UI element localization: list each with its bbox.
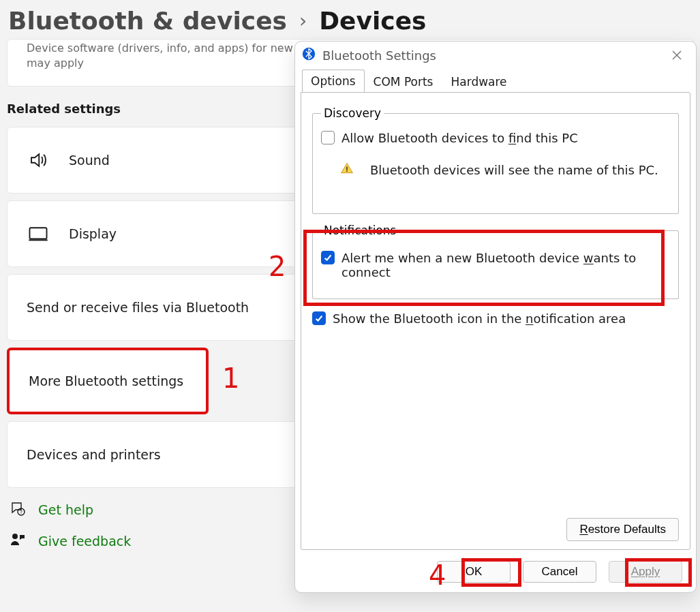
- allow-discovery-label: Allow Bluetooth devices to find this PC: [341, 131, 578, 145]
- related-item-label: Devices and printers: [27, 447, 161, 462]
- discovery-legend: Discovery: [321, 106, 384, 120]
- breadcrumb-parent[interactable]: Bluetooth & devices: [8, 7, 287, 35]
- show-icon-checkbox[interactable]: [312, 311, 326, 325]
- discovery-group: Discovery Allow Bluetooth devices to fin…: [312, 106, 679, 214]
- apply-button[interactable]: Apply: [609, 561, 682, 583]
- discovery-warning-text: Bluetooth devices will see the name of t…: [370, 163, 658, 177]
- annotation-4: 4: [429, 560, 446, 591]
- tab-options[interactable]: Options: [302, 70, 365, 93]
- tab-com-ports[interactable]: COM Ports: [365, 70, 442, 93]
- alert-new-device-row[interactable]: Alert me when a new Bluetooth device wan…: [321, 251, 670, 279]
- sound-icon: [27, 149, 50, 172]
- related-item-more-bluetooth[interactable]: More Bluetooth settings: [7, 348, 209, 414]
- breadcrumb: Bluetooth & devices › Devices: [8, 7, 693, 35]
- feedback-icon: [10, 532, 26, 551]
- breadcrumb-current: Devices: [319, 7, 426, 35]
- dialog-tabs: Options COM Ports Hardware: [302, 69, 690, 92]
- related-item-label: Display: [69, 226, 117, 241]
- dialog-titlebar: Bluetooth Settings: [295, 42, 696, 67]
- help-icon: ?: [10, 500, 26, 519]
- related-item-label: More Bluetooth settings: [29, 373, 183, 388]
- allow-discovery-checkbox[interactable]: [321, 131, 335, 144]
- bluetooth-icon: [302, 47, 316, 63]
- svg-rect-8: [346, 167, 348, 170]
- annotation-1: 1: [222, 363, 239, 394]
- restore-defaults-button[interactable]: Restore Defaults: [566, 518, 679, 541]
- alert-new-device-label: Alert me when a new Bluetooth device wan…: [341, 251, 670, 279]
- related-item-label: Send or receive files via Bluetooth: [27, 300, 249, 315]
- display-icon: [27, 222, 50, 245]
- allow-discovery-row[interactable]: Allow Bluetooth devices to find this PC: [321, 131, 670, 145]
- show-icon-row[interactable]: Show the Bluetooth icon in the notificat…: [312, 311, 679, 326]
- tabpanel-options: Discovery Allow Bluetooth devices to fin…: [301, 92, 690, 550]
- related-item-label: Sound: [69, 153, 110, 168]
- close-button[interactable]: [665, 46, 689, 65]
- svg-rect-9: [346, 170, 348, 172]
- tab-hardware[interactable]: Hardware: [442, 70, 515, 93]
- dialog-title: Bluetooth Settings: [322, 48, 436, 63]
- svg-text:?: ?: [20, 510, 22, 515]
- ok-button[interactable]: OK: [437, 561, 511, 583]
- svg-rect-0: [30, 228, 47, 239]
- dialog-footer: OK Cancel Apply: [295, 553, 696, 592]
- discovery-warning: Bluetooth devices will see the name of t…: [340, 162, 670, 178]
- show-icon-label: Show the Bluetooth icon in the notificat…: [333, 311, 626, 326]
- warning-icon: [340, 162, 354, 178]
- give-feedback-label: Give feedback: [38, 534, 131, 549]
- svg-point-4: [12, 534, 18, 539]
- cancel-button[interactable]: Cancel: [523, 561, 596, 583]
- notifications-group: Notifications Alert me when a new Blueto…: [312, 224, 679, 299]
- alert-new-device-checkbox[interactable]: [321, 251, 335, 264]
- annotation-2: 2: [269, 251, 286, 282]
- notifications-legend: Notifications: [321, 224, 399, 237]
- bluetooth-settings-dialog: Bluetooth Settings Options COM Ports Har…: [294, 41, 697, 593]
- breadcrumb-separator-icon: ›: [299, 10, 307, 32]
- get-help-label: Get help: [38, 502, 93, 517]
